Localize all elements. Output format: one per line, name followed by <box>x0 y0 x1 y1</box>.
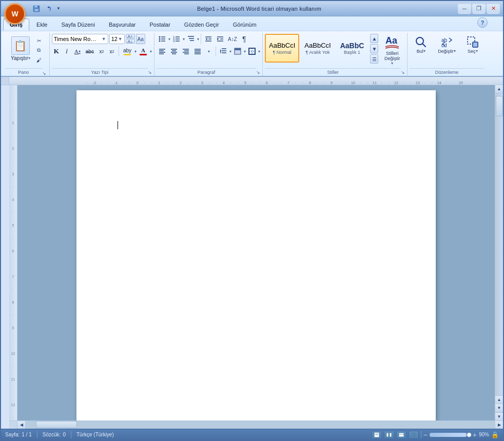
font-size-dropdown[interactable]: ▼ <box>118 36 123 42</box>
tab-sayfa[interactable]: Sayfa Düzeni <box>54 18 101 31</box>
tab-postalar[interactable]: Postalar <box>143 18 177 31</box>
paste-dropdown-arrow[interactable]: ▾ <box>28 56 30 61</box>
style-baslik1[interactable]: AaBbC Başlık 1 <box>336 34 369 63</box>
scroll-track[interactable] <box>495 93 503 395</box>
select-arrow[interactable]: ▾ <box>476 49 478 53</box>
copy-button[interactable]: ⧉ <box>34 46 44 55</box>
align-right-button[interactable] <box>180 46 191 56</box>
highlight-dropdown[interactable]: ▾ <box>134 49 137 54</box>
stiller-expand-button[interactable]: ↘ <box>401 70 405 76</box>
document-scroll-area[interactable] <box>17 85 495 420</box>
select-button[interactable]: Seç ▾ <box>461 34 484 56</box>
view-full-screen[interactable] <box>384 431 394 439</box>
zoom-thumb[interactable] <box>467 432 472 437</box>
undo-button[interactable] <box>44 4 55 14</box>
scroll-left-button[interactable]: ◀ <box>17 421 26 429</box>
office-button[interactable]: W <box>4 3 26 25</box>
find-arrow[interactable]: ▾ <box>423 49 425 53</box>
replace-button[interactable]: ab cd Değiştir ▾ <box>434 34 459 56</box>
pano-expand-button[interactable]: ↘ <box>42 71 47 76</box>
bold-button[interactable]: K <box>52 46 61 56</box>
document-page[interactable] <box>76 90 436 420</box>
scroll-prev-page[interactable]: ▲ <box>495 396 503 404</box>
styles-change-arrow[interactable]: ▾ <box>391 61 393 66</box>
style-aralik-yok[interactable]: AaBbCcI ¶ Aralık Yok <box>300 34 335 63</box>
increase-indent-button[interactable] <box>215 34 226 44</box>
multilevel-list-dropdown[interactable]: ▾ <box>197 37 199 42</box>
minimize-button[interactable]: ─ <box>458 4 471 14</box>
shading-dropdown[interactable]: ▾ <box>244 49 246 54</box>
tab-gorunum[interactable]: Görünüm <box>226 18 263 31</box>
save-button[interactable] <box>31 4 42 14</box>
styles-change-button[interactable]: Aa StilleriDeğiştir ▾ <box>379 34 405 67</box>
scroll-right-button[interactable]: ▶ <box>495 421 503 429</box>
align-left-button[interactable] <box>157 46 168 56</box>
view-print-layout[interactable] <box>372 431 382 439</box>
ruler-v-tick: 11 <box>9 377 17 381</box>
scroll-h-thumb[interactable] <box>36 421 77 428</box>
tab-ekle[interactable]: Ekle <box>30 18 54 31</box>
view-outline[interactable] <box>409 431 419 439</box>
tab-gozden[interactable]: Gözden Geçir <box>178 18 226 31</box>
italic-button[interactable]: İ <box>62 46 71 56</box>
quick-access-dropdown[interactable]: ▼ <box>56 6 61 11</box>
font-size-decrease[interactable]: A↓ <box>126 39 135 44</box>
shading-button[interactable] <box>232 46 243 56</box>
paragraf-expand-button[interactable]: ↘ <box>256 70 260 76</box>
font-color-button[interactable]: A <box>138 46 149 56</box>
superscript-button[interactable]: x2 <box>107 46 117 56</box>
style-normal[interactable]: AaBbCcI ¶ Normal <box>265 34 299 63</box>
align-center-button[interactable] <box>168 46 180 56</box>
scroll-next-page[interactable]: ▼ <box>495 404 503 412</box>
styles-scroll-up[interactable]: ▲ <box>370 34 378 43</box>
restore-button[interactable]: ❐ <box>472 4 486 14</box>
highlight-color-button[interactable]: aby <box>121 46 133 56</box>
font-size-box[interactable]: 12 ▼ <box>109 34 125 44</box>
paste-button[interactable]: 📋 Yapıştır ▾ <box>8 35 33 63</box>
underline-dropdown[interactable]: ▾ <box>79 49 81 54</box>
zoom-bar[interactable] <box>430 433 471 437</box>
styles-scroll-down[interactable]: ▼ <box>370 44 378 53</box>
scroll-h-track[interactable] <box>26 421 495 429</box>
zoom-percent[interactable]: 90% <box>479 432 489 437</box>
justify-button[interactable] <box>192 46 203 56</box>
bullet-list-button[interactable] <box>157 34 168 44</box>
close-button[interactable]: ✕ <box>487 4 500 14</box>
clear-formatting-button[interactable]: Aa <box>136 34 145 44</box>
bullet-list-dropdown[interactable]: ▾ <box>168 37 170 42</box>
align-dropdown[interactable]: ▾ <box>204 46 214 56</box>
scrollbar-vertical: ▲ ▲ ▼ ▼ <box>495 85 503 420</box>
scroll-down-button[interactable]: ▼ <box>495 412 503 420</box>
underline-button[interactable]: A ▾ <box>72 46 83 56</box>
scroll-thumb[interactable] <box>496 96 503 116</box>
subscript-button[interactable]: x2 <box>97 46 106 56</box>
line-spacing-dropdown[interactable]: ▾ <box>229 49 231 54</box>
numbered-list-button[interactable]: 1.2.3. <box>171 34 182 44</box>
font-name-box[interactable]: Times New Roman ▼ <box>52 34 108 44</box>
zoom-in-button[interactable]: + <box>473 431 477 439</box>
sort-button[interactable]: A↕Z <box>226 34 239 44</box>
border-button[interactable] <box>246 46 258 56</box>
view-web-layout[interactable] <box>396 431 406 439</box>
tab-basvurular[interactable]: Başvurular <box>102 18 143 31</box>
font-size-increase[interactable]: A↑ <box>126 34 135 38</box>
scroll-up-button[interactable]: ▲ <box>495 85 503 93</box>
help-button[interactable]: ? <box>477 17 488 28</box>
decrease-indent-button[interactable] <box>203 34 214 44</box>
line-spacing-button[interactable] <box>218 46 229 56</box>
zoom-out-button[interactable]: − <box>423 431 428 439</box>
format-painter-button[interactable]: 🖌 <box>34 55 44 65</box>
multilevel-list-button[interactable] <box>185 34 197 44</box>
font-name-dropdown[interactable]: ▼ <box>102 36 106 42</box>
font-color-dropdown[interactable]: ▾ <box>150 49 152 54</box>
strikethrough-button[interactable]: abc <box>84 46 96 56</box>
styles-more[interactable]: ☰ <box>370 54 378 64</box>
language-indicator[interactable]: Türkçe (Türkiye) <box>76 432 114 437</box>
find-button[interactable]: Bul ▾ <box>410 34 432 56</box>
border-dropdown[interactable]: ▾ <box>258 49 260 54</box>
replace-arrow[interactable]: ▾ <box>454 49 456 53</box>
yazitipi-expand-button[interactable]: ↘ <box>148 70 152 76</box>
numbered-list-dropdown[interactable]: ▾ <box>183 37 185 42</box>
pilcrow-button[interactable]: ¶ <box>239 34 249 44</box>
cut-button[interactable]: ✂ <box>34 36 44 45</box>
